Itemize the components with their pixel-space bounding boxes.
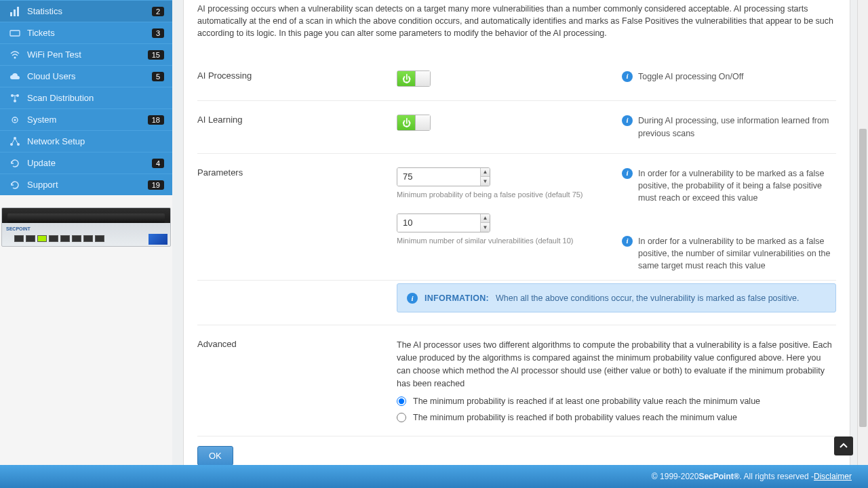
chevron-up-icon xyxy=(840,442,848,450)
sidebar-item-support[interactable]: Support 19 xyxy=(0,174,172,195)
vertical-scrollbar[interactable] xyxy=(857,0,868,465)
min-similar-field[interactable] xyxy=(397,214,480,232)
support-icon xyxy=(9,180,20,190)
step-down-icon[interactable]: ▼ xyxy=(481,223,490,232)
toggle-ai-learning[interactable] xyxy=(397,115,431,131)
sidebar: Statistics 2 Tickets 3 WiFi Pen Test 15 xyxy=(0,0,172,488)
badge: 3 xyxy=(152,28,164,38)
radio-input[interactable] xyxy=(397,396,406,406)
row-advanced: Advanced The AI processor uses two diffe… xyxy=(197,325,836,436)
info-banner: i INFORMATION: When all the above condit… xyxy=(397,283,836,312)
refresh-icon xyxy=(9,158,20,169)
label-ai-processing: AI Processing xyxy=(197,70,397,87)
radio-both[interactable]: The minimum probability is reached if bo… xyxy=(397,413,836,422)
banner-label: INFORMATION: xyxy=(425,293,489,303)
distribution-icon xyxy=(9,93,20,104)
sidebar-item-statistics[interactable]: Statistics 2 xyxy=(0,0,172,22)
main-content: AI processing occurs when a vulnerabilit… xyxy=(183,0,850,488)
sidebar-item-label: Support xyxy=(27,180,58,190)
badge: 19 xyxy=(148,180,164,190)
row-ai-learning: AI Learning i During AI processing, use … xyxy=(197,101,836,153)
sidebar-item-label: Cloud Users xyxy=(27,71,76,81)
footer-rights: . All rights reserved - xyxy=(740,472,814,481)
sidebar-nav: Statistics 2 Tickets 3 WiFi Pen Test 15 xyxy=(0,0,172,195)
info-icon: i xyxy=(622,115,633,126)
sidebar-item-update[interactable]: Update 4 xyxy=(0,152,172,174)
sidebar-item-wifi-pen-test[interactable]: WiFi Pen Test 15 xyxy=(0,43,172,65)
info-icon: i xyxy=(622,236,633,247)
min-probability-field[interactable] xyxy=(397,168,480,186)
sidebar-item-label: Network Setup xyxy=(27,136,85,146)
network-icon xyxy=(9,136,20,147)
footer-brand: SecPoint® xyxy=(698,472,739,481)
sidebar-item-scan-distribution[interactable]: Scan Distribution xyxy=(0,87,172,108)
svg-point-9 xyxy=(14,119,16,121)
sidebar-item-label: Statistics xyxy=(27,6,62,16)
sidebar-item-label: Update xyxy=(27,158,56,168)
info-icon: i xyxy=(622,71,633,82)
help-text: Toggle AI processing On/Off xyxy=(638,70,743,83)
sidebar-item-label: System xyxy=(27,115,56,125)
scroll-to-top-button[interactable] xyxy=(834,436,853,455)
label-advanced: Advanced xyxy=(197,339,397,422)
help-text: During AI processing, use information le… xyxy=(638,115,836,139)
sidebar-item-label: WiFi Pen Test xyxy=(27,49,81,60)
radio-label: The minimum probability is reached if at… xyxy=(413,396,760,406)
badge: 5 xyxy=(152,72,164,81)
label-ai-learning: AI Learning xyxy=(197,115,397,139)
intro-text: AI processing occurs when a vulnerabilit… xyxy=(197,3,836,39)
radio-label: The minimum probability is reached if bo… xyxy=(413,413,737,422)
power-icon xyxy=(397,115,416,130)
sidebar-item-label: Tickets xyxy=(27,28,55,38)
step-down-icon[interactable]: ▼ xyxy=(481,177,490,186)
step-up-icon[interactable]: ▲ xyxy=(481,214,490,224)
radio-at-least-one[interactable]: The minimum probability is reached if at… xyxy=(397,396,836,406)
badge: 18 xyxy=(148,115,164,125)
svg-rect-0 xyxy=(10,12,12,16)
min-similar-input[interactable]: ▲ ▼ xyxy=(397,214,490,232)
info-icon: i xyxy=(407,293,418,304)
row-parameters: Parameters ▲ ▼ Minimum probability of be… xyxy=(197,154,836,281)
badge: 4 xyxy=(152,159,164,168)
sidebar-item-cloud-users[interactable]: Cloud Users 5 xyxy=(0,65,172,87)
help-text: In order for a vulnerability to be marke… xyxy=(638,235,836,272)
svg-rect-2 xyxy=(17,7,19,16)
svg-rect-3 xyxy=(10,30,20,36)
footer: © 1999-2020 SecPoint® . All rights reser… xyxy=(0,465,868,488)
banner-text: When all the above conditions occur, the… xyxy=(496,293,799,303)
info-icon: i xyxy=(622,168,633,179)
sidebar-item-label: Scan Distribution xyxy=(27,93,94,103)
svg-rect-1 xyxy=(14,9,16,16)
footer-copyright: © 1999-2020 xyxy=(652,472,699,481)
sidebar-item-system[interactable]: System 18 xyxy=(0,108,172,130)
wifi-icon xyxy=(9,49,20,60)
badge: 2 xyxy=(152,7,164,16)
footer-disclaimer-link[interactable]: Disclaimer xyxy=(814,472,852,481)
hint-min-probability: Minimum probability of being a false pos… xyxy=(397,190,622,199)
gear-icon xyxy=(9,115,20,125)
bars-icon xyxy=(9,6,20,17)
svg-point-4 xyxy=(14,56,16,58)
radio-input[interactable] xyxy=(397,413,406,422)
advanced-desc: The AI processor uses two different algo… xyxy=(397,339,836,390)
power-icon xyxy=(397,71,416,86)
device-image: SECPOINT xyxy=(1,207,171,247)
hint-min-similar: Minimum number of similar vulnerabilitie… xyxy=(397,237,622,245)
toggle-ai-processing[interactable] xyxy=(397,70,431,87)
sidebar-item-tickets[interactable]: Tickets 3 xyxy=(0,22,172,43)
scrollbar-thumb[interactable] xyxy=(859,129,867,427)
step-up-icon[interactable]: ▲ xyxy=(481,168,490,178)
ok-button[interactable]: OK xyxy=(197,446,233,466)
min-probability-input[interactable]: ▲ ▼ xyxy=(397,167,490,186)
help-text: In order for a vulnerability to be marke… xyxy=(638,167,836,204)
label-parameters: Parameters xyxy=(197,167,397,272)
badge: 15 xyxy=(148,50,164,60)
row-ai-processing: AI Processing i Toggle AI processing On/… xyxy=(197,57,836,101)
cloud-icon xyxy=(9,71,20,82)
ticket-icon xyxy=(9,28,20,39)
sidebar-item-network-setup[interactable]: Network Setup xyxy=(0,130,172,152)
